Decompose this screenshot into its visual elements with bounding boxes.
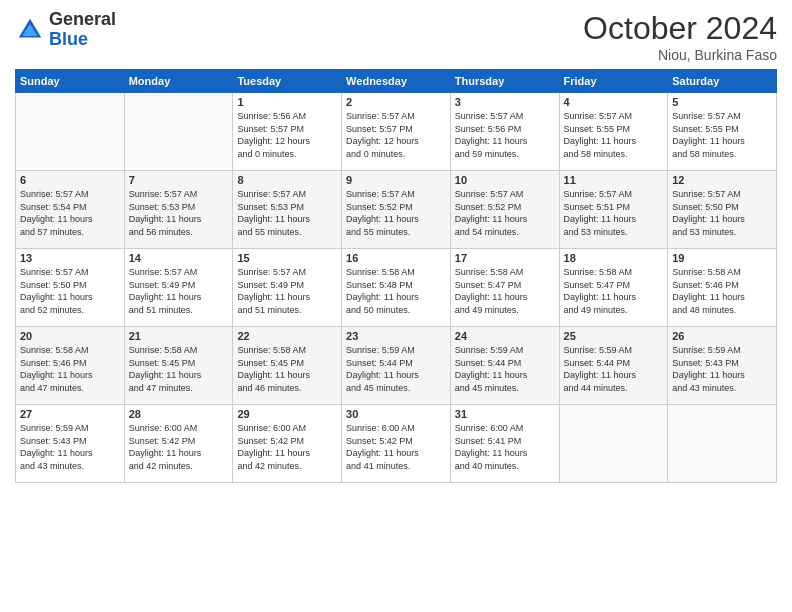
day-info: Sunrise: 5:58 AM Sunset: 5:46 PM Dayligh… bbox=[20, 344, 120, 394]
day-number: 7 bbox=[129, 174, 229, 186]
day-info: Sunrise: 5:59 AM Sunset: 5:44 PM Dayligh… bbox=[564, 344, 664, 394]
day-info: Sunrise: 5:58 AM Sunset: 5:47 PM Dayligh… bbox=[564, 266, 664, 316]
calendar-header: Sunday Monday Tuesday Wednesday Thursday… bbox=[16, 70, 777, 93]
day-number: 28 bbox=[129, 408, 229, 420]
calendar-cell bbox=[668, 405, 777, 483]
day-info: Sunrise: 5:57 AM Sunset: 5:51 PM Dayligh… bbox=[564, 188, 664, 238]
day-info: Sunrise: 5:57 AM Sunset: 5:55 PM Dayligh… bbox=[564, 110, 664, 160]
day-info: Sunrise: 6:00 AM Sunset: 5:42 PM Dayligh… bbox=[237, 422, 337, 472]
day-number: 9 bbox=[346, 174, 446, 186]
day-number: 18 bbox=[564, 252, 664, 264]
day-number: 22 bbox=[237, 330, 337, 342]
col-saturday: Saturday bbox=[668, 70, 777, 93]
calendar-cell: 21Sunrise: 5:58 AM Sunset: 5:45 PM Dayli… bbox=[124, 327, 233, 405]
calendar-cell: 14Sunrise: 5:57 AM Sunset: 5:49 PM Dayli… bbox=[124, 249, 233, 327]
day-info: Sunrise: 5:56 AM Sunset: 5:57 PM Dayligh… bbox=[237, 110, 337, 160]
calendar-table: Sunday Monday Tuesday Wednesday Thursday… bbox=[15, 69, 777, 483]
day-number: 19 bbox=[672, 252, 772, 264]
calendar-cell: 2Sunrise: 5:57 AM Sunset: 5:57 PM Daylig… bbox=[342, 93, 451, 171]
calendar-cell: 18Sunrise: 5:58 AM Sunset: 5:47 PM Dayli… bbox=[559, 249, 668, 327]
day-number: 21 bbox=[129, 330, 229, 342]
day-info: Sunrise: 5:57 AM Sunset: 5:49 PM Dayligh… bbox=[237, 266, 337, 316]
day-info: Sunrise: 6:00 AM Sunset: 5:42 PM Dayligh… bbox=[346, 422, 446, 472]
day-info: Sunrise: 6:00 AM Sunset: 5:41 PM Dayligh… bbox=[455, 422, 555, 472]
calendar-cell: 19Sunrise: 5:58 AM Sunset: 5:46 PM Dayli… bbox=[668, 249, 777, 327]
title-block: October 2024 Niou, Burkina Faso bbox=[583, 10, 777, 63]
day-number: 13 bbox=[20, 252, 120, 264]
day-info: Sunrise: 5:59 AM Sunset: 5:43 PM Dayligh… bbox=[672, 344, 772, 394]
calendar-cell: 23Sunrise: 5:59 AM Sunset: 5:44 PM Dayli… bbox=[342, 327, 451, 405]
day-info: Sunrise: 5:57 AM Sunset: 5:53 PM Dayligh… bbox=[129, 188, 229, 238]
day-info: Sunrise: 5:57 AM Sunset: 5:50 PM Dayligh… bbox=[672, 188, 772, 238]
day-number: 26 bbox=[672, 330, 772, 342]
day-number: 20 bbox=[20, 330, 120, 342]
col-thursday: Thursday bbox=[450, 70, 559, 93]
calendar-cell: 17Sunrise: 5:58 AM Sunset: 5:47 PM Dayli… bbox=[450, 249, 559, 327]
header-row: Sunday Monday Tuesday Wednesday Thursday… bbox=[16, 70, 777, 93]
day-number: 14 bbox=[129, 252, 229, 264]
calendar-week-3: 13Sunrise: 5:57 AM Sunset: 5:50 PM Dayli… bbox=[16, 249, 777, 327]
calendar-week-4: 20Sunrise: 5:58 AM Sunset: 5:46 PM Dayli… bbox=[16, 327, 777, 405]
day-info: Sunrise: 5:57 AM Sunset: 5:50 PM Dayligh… bbox=[20, 266, 120, 316]
day-info: Sunrise: 5:57 AM Sunset: 5:53 PM Dayligh… bbox=[237, 188, 337, 238]
calendar-cell bbox=[16, 93, 125, 171]
col-friday: Friday bbox=[559, 70, 668, 93]
day-number: 3 bbox=[455, 96, 555, 108]
col-wednesday: Wednesday bbox=[342, 70, 451, 93]
day-number: 10 bbox=[455, 174, 555, 186]
calendar-cell: 11Sunrise: 5:57 AM Sunset: 5:51 PM Dayli… bbox=[559, 171, 668, 249]
calendar-cell: 30Sunrise: 6:00 AM Sunset: 5:42 PM Dayli… bbox=[342, 405, 451, 483]
logo: General Blue bbox=[15, 10, 116, 50]
logo-text: General Blue bbox=[49, 10, 116, 50]
day-info: Sunrise: 5:58 AM Sunset: 5:48 PM Dayligh… bbox=[346, 266, 446, 316]
calendar-cell: 12Sunrise: 5:57 AM Sunset: 5:50 PM Dayli… bbox=[668, 171, 777, 249]
calendar-cell: 1Sunrise: 5:56 AM Sunset: 5:57 PM Daylig… bbox=[233, 93, 342, 171]
logo-icon bbox=[15, 15, 45, 45]
day-info: Sunrise: 5:58 AM Sunset: 5:46 PM Dayligh… bbox=[672, 266, 772, 316]
day-number: 16 bbox=[346, 252, 446, 264]
calendar-cell: 20Sunrise: 5:58 AM Sunset: 5:46 PM Dayli… bbox=[16, 327, 125, 405]
logo-general: General bbox=[49, 10, 116, 30]
calendar-week-1: 1Sunrise: 5:56 AM Sunset: 5:57 PM Daylig… bbox=[16, 93, 777, 171]
day-info: Sunrise: 5:57 AM Sunset: 5:54 PM Dayligh… bbox=[20, 188, 120, 238]
day-number: 29 bbox=[237, 408, 337, 420]
calendar-cell: 31Sunrise: 6:00 AM Sunset: 5:41 PM Dayli… bbox=[450, 405, 559, 483]
day-number: 1 bbox=[237, 96, 337, 108]
calendar-week-2: 6Sunrise: 5:57 AM Sunset: 5:54 PM Daylig… bbox=[16, 171, 777, 249]
day-info: Sunrise: 5:57 AM Sunset: 5:56 PM Dayligh… bbox=[455, 110, 555, 160]
day-info: Sunrise: 5:57 AM Sunset: 5:55 PM Dayligh… bbox=[672, 110, 772, 160]
day-info: Sunrise: 5:57 AM Sunset: 5:49 PM Dayligh… bbox=[129, 266, 229, 316]
calendar-cell: 9Sunrise: 5:57 AM Sunset: 5:52 PM Daylig… bbox=[342, 171, 451, 249]
day-info: Sunrise: 5:57 AM Sunset: 5:52 PM Dayligh… bbox=[346, 188, 446, 238]
day-number: 23 bbox=[346, 330, 446, 342]
day-info: Sunrise: 5:59 AM Sunset: 5:43 PM Dayligh… bbox=[20, 422, 120, 472]
calendar-cell: 15Sunrise: 5:57 AM Sunset: 5:49 PM Dayli… bbox=[233, 249, 342, 327]
day-number: 31 bbox=[455, 408, 555, 420]
day-number: 2 bbox=[346, 96, 446, 108]
calendar-cell: 8Sunrise: 5:57 AM Sunset: 5:53 PM Daylig… bbox=[233, 171, 342, 249]
calendar-cell bbox=[124, 93, 233, 171]
day-info: Sunrise: 5:58 AM Sunset: 5:45 PM Dayligh… bbox=[129, 344, 229, 394]
calendar-cell: 24Sunrise: 5:59 AM Sunset: 5:44 PM Dayli… bbox=[450, 327, 559, 405]
day-number: 27 bbox=[20, 408, 120, 420]
header: General Blue October 2024 Niou, Burkina … bbox=[15, 10, 777, 63]
calendar-week-5: 27Sunrise: 5:59 AM Sunset: 5:43 PM Dayli… bbox=[16, 405, 777, 483]
day-number: 6 bbox=[20, 174, 120, 186]
day-number: 24 bbox=[455, 330, 555, 342]
calendar-cell: 25Sunrise: 5:59 AM Sunset: 5:44 PM Dayli… bbox=[559, 327, 668, 405]
day-info: Sunrise: 5:59 AM Sunset: 5:44 PM Dayligh… bbox=[455, 344, 555, 394]
day-number: 12 bbox=[672, 174, 772, 186]
day-number: 30 bbox=[346, 408, 446, 420]
calendar-cell: 4Sunrise: 5:57 AM Sunset: 5:55 PM Daylig… bbox=[559, 93, 668, 171]
col-monday: Monday bbox=[124, 70, 233, 93]
day-info: Sunrise: 5:57 AM Sunset: 5:52 PM Dayligh… bbox=[455, 188, 555, 238]
calendar-cell: 28Sunrise: 6:00 AM Sunset: 5:42 PM Dayli… bbox=[124, 405, 233, 483]
col-sunday: Sunday bbox=[16, 70, 125, 93]
calendar-page: General Blue October 2024 Niou, Burkina … bbox=[0, 0, 792, 612]
calendar-body: 1Sunrise: 5:56 AM Sunset: 5:57 PM Daylig… bbox=[16, 93, 777, 483]
day-number: 5 bbox=[672, 96, 772, 108]
day-info: Sunrise: 5:58 AM Sunset: 5:47 PM Dayligh… bbox=[455, 266, 555, 316]
day-info: Sunrise: 5:57 AM Sunset: 5:57 PM Dayligh… bbox=[346, 110, 446, 160]
col-tuesday: Tuesday bbox=[233, 70, 342, 93]
day-info: Sunrise: 6:00 AM Sunset: 5:42 PM Dayligh… bbox=[129, 422, 229, 472]
